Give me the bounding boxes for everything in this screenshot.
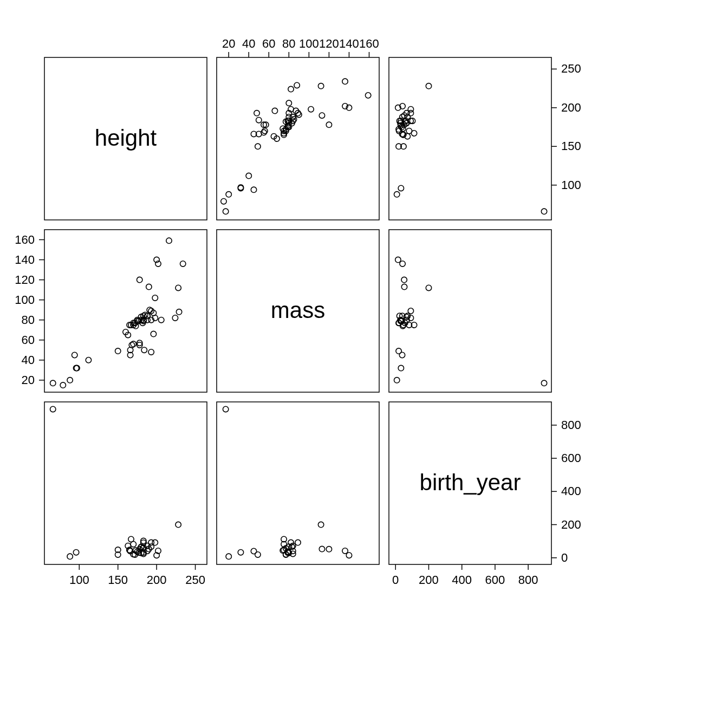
svg-point-163	[401, 284, 407, 289]
scatter-height-vs-mass	[221, 79, 371, 214]
svg-point-95	[137, 277, 142, 282]
svg-point-4	[255, 144, 261, 149]
svg-point-134	[129, 342, 134, 348]
svg-point-167	[394, 378, 399, 383]
svg-point-37	[272, 108, 277, 113]
svg-point-162	[395, 257, 401, 262]
svg-point-66	[426, 83, 431, 89]
svg-point-135	[152, 295, 158, 301]
svg-point-197	[67, 554, 73, 559]
tick-bottom-height-1: 150	[108, 573, 128, 587]
tick-bottom-birth_year-2: 400	[452, 573, 472, 587]
svg-point-231	[295, 540, 301, 545]
svg-point-105	[50, 380, 56, 386]
svg-point-109	[146, 284, 152, 289]
svg-point-36	[256, 118, 262, 123]
tick-bottom-height-3: 250	[185, 573, 205, 587]
svg-point-70	[541, 209, 547, 214]
tick-right-height-3: 250	[561, 62, 581, 75]
svg-point-71	[406, 128, 412, 134]
tick-top-mass-1: 40	[242, 37, 255, 50]
svg-point-142	[180, 261, 186, 266]
svg-point-141	[166, 238, 172, 243]
svg-point-127	[151, 331, 156, 336]
tick-bottom-height-2: 200	[147, 573, 167, 587]
svg-point-47	[221, 199, 226, 204]
tick-bottom-birth_year-1: 200	[419, 573, 439, 587]
diag-label-height: height	[95, 125, 157, 151]
svg-point-57	[398, 185, 404, 191]
svg-point-147	[398, 365, 404, 370]
svg-point-168	[408, 308, 413, 314]
svg-point-159	[541, 380, 547, 386]
svg-point-218	[318, 522, 323, 527]
svg-point-175	[73, 549, 79, 555]
tick-left-mass-7: 160	[15, 233, 35, 246]
tick-left-mass-3: 80	[22, 313, 35, 327]
tick-left-mass-1: 40	[22, 353, 35, 367]
svg-point-139	[147, 307, 152, 313]
tick-left-mass-0: 20	[22, 373, 35, 387]
svg-point-11	[318, 83, 323, 89]
svg-point-184	[176, 522, 181, 527]
tick-top-mass-4: 100	[299, 37, 319, 50]
svg-point-143	[145, 317, 150, 322]
tick-right-birth_year-2: 400	[561, 484, 581, 498]
panel-2-0	[44, 402, 207, 564]
tick-bottom-birth_year-0: 0	[392, 573, 399, 587]
tick-right-height-1: 150	[561, 139, 581, 153]
svg-point-87	[404, 110, 410, 116]
scatterplot-matrix: heightmassbirth_year10015020025010015020…	[0, 0, 728, 728]
svg-point-210	[238, 549, 243, 555]
diag-label-birth_year: birth_year	[420, 470, 521, 495]
svg-point-49	[296, 112, 302, 118]
tick-right-birth_year-4: 800	[561, 418, 581, 432]
tick-top-mass-0: 20	[222, 37, 235, 50]
svg-point-118	[86, 358, 91, 363]
svg-point-31	[251, 187, 256, 192]
scatter-mass-vs-birth_year	[394, 257, 547, 386]
tick-right-height-2: 200	[561, 101, 581, 114]
svg-point-51	[365, 93, 370, 98]
svg-point-15	[223, 209, 228, 214]
svg-point-23	[226, 192, 231, 197]
tick-left-mass-4: 100	[15, 293, 35, 307]
svg-point-226	[319, 546, 324, 551]
svg-point-117	[159, 317, 164, 322]
svg-point-121	[72, 352, 77, 358]
svg-point-235	[251, 548, 256, 554]
tick-bottom-birth_year-4: 800	[518, 573, 538, 587]
tick-left-mass-6: 140	[15, 253, 35, 266]
svg-point-48	[254, 110, 259, 116]
svg-point-137	[60, 382, 66, 388]
svg-point-44	[261, 129, 266, 135]
svg-point-150	[401, 277, 407, 282]
scatter-mass-vs-height	[50, 238, 186, 388]
svg-point-94	[115, 348, 121, 354]
tick-top-mass-7: 160	[359, 37, 379, 50]
tick-right-birth_year-0: 0	[561, 551, 568, 564]
svg-point-52	[342, 79, 348, 84]
svg-point-126	[141, 347, 147, 353]
svg-point-113	[67, 378, 73, 383]
svg-point-5	[326, 122, 332, 127]
tick-top-mass-6: 140	[339, 37, 359, 50]
svg-point-213	[326, 547, 332, 552]
svg-point-189	[131, 541, 136, 547]
scatter-birth_year-vs-mass	[223, 406, 352, 559]
svg-point-19	[319, 113, 324, 118]
tick-left-mass-2: 60	[22, 333, 35, 347]
svg-point-138	[148, 349, 154, 355]
tick-left-mass-5: 120	[15, 273, 35, 287]
scatter-height-vs-birth_year	[394, 83, 547, 214]
svg-point-222	[223, 406, 228, 412]
svg-point-225	[346, 552, 352, 558]
svg-point-46	[294, 82, 300, 88]
panel-0-2	[389, 57, 551, 220]
tick-bottom-birth_year-3: 600	[485, 573, 505, 587]
scatter-birth_year-vs-height	[50, 406, 181, 559]
svg-point-230	[226, 554, 231, 559]
panel-0-1	[217, 57, 379, 220]
svg-point-53	[286, 114, 291, 120]
svg-point-79	[394, 192, 399, 197]
